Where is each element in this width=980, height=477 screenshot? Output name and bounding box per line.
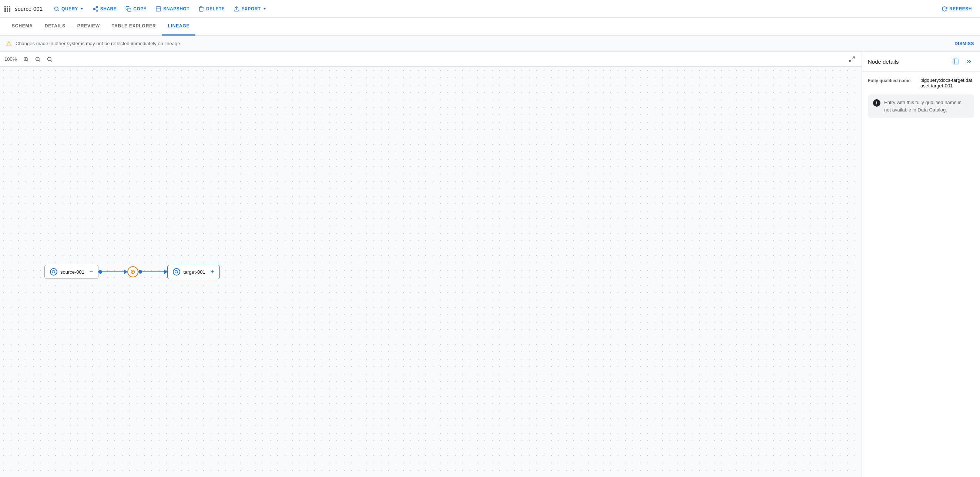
zoom-fit-icon bbox=[47, 56, 52, 62]
target-node-icon bbox=[173, 268, 180, 276]
export-chevron-icon bbox=[263, 7, 266, 11]
source-node[interactable]: source-001 − bbox=[45, 265, 99, 279]
banner-message: Changes made in other systems may not be… bbox=[16, 41, 181, 46]
svg-point-3 bbox=[96, 6, 98, 8]
zoom-in-button[interactable] bbox=[21, 54, 31, 64]
svg-line-22 bbox=[853, 57, 854, 59]
zoom-fit-button[interactable] bbox=[45, 54, 55, 64]
chevron-down-icon bbox=[80, 7, 84, 11]
share-icon bbox=[92, 6, 99, 12]
tab-bar: SCHEMA DETAILS PREVIEW TABLE EXPLORER LI… bbox=[0, 18, 980, 35]
right-panel: Node details Fully qualified name bigque… bbox=[862, 52, 980, 477]
arrow-head-2 bbox=[164, 270, 167, 274]
refresh-button[interactable]: REFRESH bbox=[938, 4, 975, 14]
panel-expand-icon bbox=[966, 58, 972, 65]
info-icon: i bbox=[873, 99, 880, 107]
page-title: source-001 bbox=[15, 6, 43, 12]
svg-line-14 bbox=[27, 61, 28, 61]
zoom-controls: 100% bbox=[0, 52, 862, 67]
refresh-icon bbox=[942, 6, 947, 12]
transform-icon bbox=[130, 269, 135, 274]
panel-actions bbox=[950, 56, 974, 67]
svg-rect-9 bbox=[156, 7, 161, 11]
tab-lineage[interactable]: LINEAGE bbox=[162, 18, 196, 35]
svg-line-7 bbox=[95, 7, 97, 8]
query-button[interactable]: QUERY bbox=[50, 4, 88, 14]
snapshot-button[interactable]: SNAPSHOT bbox=[152, 4, 193, 14]
share-button[interactable]: SHARE bbox=[89, 4, 121, 14]
panel-title: Node details bbox=[868, 59, 899, 65]
svg-rect-8 bbox=[128, 8, 131, 11]
warning-icon: ⚠ bbox=[6, 40, 12, 48]
svg-line-1 bbox=[58, 10, 59, 11]
delete-icon bbox=[198, 6, 204, 12]
zoom-in-icon bbox=[23, 56, 29, 62]
target-node[interactable]: target-001 + bbox=[167, 265, 220, 279]
main-content: 100% bbox=[0, 52, 980, 477]
tab-preview[interactable]: PREVIEW bbox=[72, 18, 106, 35]
fqn-field-row: Fully qualified name bigquery:docs-targe… bbox=[868, 77, 974, 89]
export-button[interactable]: EXPORT bbox=[230, 4, 270, 14]
connector-line-1 bbox=[102, 271, 124, 272]
source-node-icon bbox=[50, 268, 57, 276]
svg-line-25 bbox=[54, 273, 55, 273]
info-box: i Entry with this fully qualified name i… bbox=[868, 94, 974, 118]
svg-line-23 bbox=[850, 60, 851, 62]
zoom-out-button[interactable] bbox=[33, 54, 43, 64]
source-node-collapse[interactable]: − bbox=[89, 268, 93, 275]
svg-point-29 bbox=[175, 270, 178, 273]
svg-point-0 bbox=[55, 7, 58, 10]
svg-point-20 bbox=[48, 57, 51, 61]
lineage-flow: source-001 − bbox=[45, 265, 220, 279]
svg-marker-2 bbox=[81, 8, 83, 10]
expand-icon bbox=[849, 56, 855, 62]
connector-line-2 bbox=[142, 271, 164, 272]
connector-dot-1 bbox=[99, 270, 102, 274]
tab-schema[interactable]: SCHEMA bbox=[6, 18, 39, 35]
connector-1 bbox=[99, 270, 127, 274]
search-icon bbox=[54, 6, 60, 12]
target-node-expand[interactable]: + bbox=[211, 268, 215, 276]
target-node-label: target-001 bbox=[183, 269, 205, 275]
svg-line-21 bbox=[51, 61, 52, 61]
fullscreen-button[interactable] bbox=[847, 54, 857, 64]
sidebar-icon bbox=[952, 58, 959, 65]
info-message: Entry with this fully qualified name is … bbox=[884, 99, 969, 113]
svg-point-5 bbox=[96, 10, 98, 11]
fqn-label: Fully qualified name bbox=[868, 77, 916, 89]
info-banner: ⚠ Changes made in other systems may not … bbox=[0, 35, 980, 52]
source-node-label: source-001 bbox=[60, 269, 84, 275]
svg-point-24 bbox=[52, 270, 55, 273]
fqn-value: bigquery:docs-target.dataset.target-001 bbox=[920, 77, 974, 89]
svg-marker-12 bbox=[264, 8, 266, 10]
delete-button[interactable]: DELETE bbox=[195, 4, 228, 14]
toolbar: source-001 QUERY SHARE COPY SNAPSHOT DEL… bbox=[0, 0, 980, 18]
zoom-level: 100% bbox=[5, 56, 18, 62]
panel-body: Fully qualified name bigquery:docs-targe… bbox=[862, 72, 980, 477]
connector-dot-2 bbox=[138, 270, 142, 274]
svg-line-6 bbox=[95, 9, 97, 10]
title-text: source-001 bbox=[15, 6, 43, 12]
svg-rect-31 bbox=[953, 59, 958, 64]
tab-table-explorer[interactable]: TABLE EXPLORER bbox=[106, 18, 162, 35]
copy-icon bbox=[126, 6, 131, 12]
snapshot-icon bbox=[156, 6, 161, 12]
copy-button[interactable]: COPY bbox=[122, 4, 150, 14]
panel-expand-button[interactable] bbox=[964, 56, 974, 67]
banner-content: ⚠ Changes made in other systems may not … bbox=[6, 40, 181, 48]
grid-icon bbox=[5, 6, 10, 12]
canvas-area: 100% bbox=[0, 52, 862, 477]
transform-node[interactable] bbox=[127, 266, 138, 278]
export-icon bbox=[234, 6, 239, 12]
svg-point-4 bbox=[93, 8, 95, 10]
lineage-diagram: source-001 − bbox=[0, 67, 862, 477]
svg-line-18 bbox=[39, 61, 40, 61]
dismiss-button[interactable]: DISMISS bbox=[955, 41, 974, 46]
panel-sidebar-button[interactable] bbox=[950, 56, 961, 67]
panel-header: Node details bbox=[862, 52, 980, 72]
arrow-head-1 bbox=[124, 270, 127, 274]
connector-2 bbox=[138, 270, 167, 274]
tab-details[interactable]: DETAILS bbox=[39, 18, 72, 35]
zoom-out-icon bbox=[35, 56, 41, 62]
svg-line-30 bbox=[178, 273, 178, 273]
